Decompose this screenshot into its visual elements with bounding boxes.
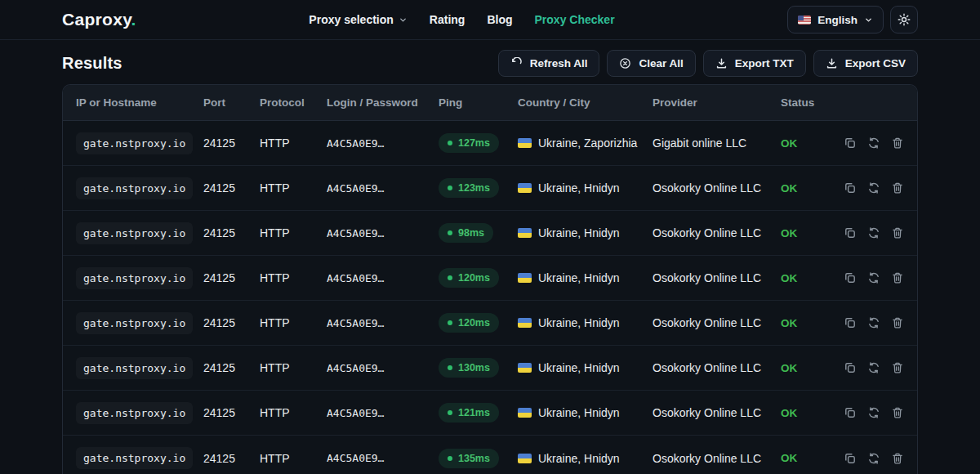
ukraine-flag-icon (518, 138, 532, 148)
recheck-button[interactable] (867, 136, 880, 150)
nav-item-label: Proxy selection (309, 13, 394, 26)
recheck-button[interactable] (867, 226, 880, 239)
button-label: Clear All (639, 57, 683, 69)
table-row: gate.nstproxy.io 24125 HTTP A4C5A0E9… 13… (63, 346, 917, 391)
protocol-value: HTTP (260, 226, 327, 239)
host-value: gate.nstproxy.io (76, 312, 193, 334)
delete-button[interactable] (891, 181, 904, 195)
recheck-button[interactable] (867, 271, 880, 284)
protocol-value: HTTP (260, 406, 327, 419)
provider-value: Osokorky Online LLC (653, 452, 781, 465)
login-value: A4C5A0E9… (327, 362, 439, 374)
host-value: gate.nstproxy.io (76, 447, 193, 469)
country-value: Ukraine, Hnidyn (538, 406, 620, 419)
copy-icon (844, 316, 857, 329)
ukraine-flag-icon (518, 183, 532, 193)
status-badge: OK (781, 182, 842, 195)
refresh-all-button[interactable]: Refresh All (498, 50, 600, 77)
login-value: A4C5A0E9… (327, 452, 439, 464)
delete-button[interactable] (891, 316, 904, 329)
copy-button[interactable] (844, 226, 857, 239)
delete-button[interactable] (891, 361, 904, 374)
recheck-button[interactable] (867, 361, 880, 374)
column-header-ping: Ping (439, 96, 518, 109)
nav-item-rating[interactable]: Rating (430, 13, 466, 26)
export-txt-button[interactable]: Export TXT (703, 50, 806, 77)
delete-button[interactable] (891, 271, 904, 284)
copy-button[interactable] (844, 136, 857, 150)
protocol-value: HTTP (260, 136, 327, 150)
column-header-login: Login / Password (327, 96, 439, 109)
trash-icon (891, 226, 904, 239)
status-badge: OK (781, 137, 842, 150)
nav-links: Proxy selection Rating Blog Proxy Checke… (309, 13, 614, 26)
recheck-button[interactable] (867, 406, 880, 419)
brand-name: Caproxy (62, 10, 131, 29)
delete-button[interactable] (891, 136, 904, 150)
status-badge: OK (781, 317, 842, 329)
ping-dot-icon (448, 186, 452, 190)
protocol-value: HTTP (260, 361, 327, 374)
country-value: Ukraine, Hnidyn (538, 361, 620, 374)
copy-button[interactable] (844, 316, 857, 329)
ukraine-flag-icon (518, 363, 532, 373)
column-header-provider: Provider (653, 96, 781, 109)
brand-logo[interactable]: Caproxy. (62, 10, 136, 29)
recheck-button[interactable] (867, 452, 880, 465)
protocol-value: HTTP (260, 452, 327, 465)
status-badge: OK (781, 452, 842, 464)
ping-badge: 120ms (439, 268, 499, 288)
country-value: Ukraine, Hnidyn (538, 226, 620, 239)
login-value: A4C5A0E9… (327, 317, 439, 329)
recheck-button[interactable] (867, 316, 880, 329)
host-value: gate.nstproxy.io (76, 177, 193, 199)
country-value: Ukraine, Hnidyn (538, 181, 620, 195)
ping-badge: 121ms (439, 403, 499, 423)
nav-item-proxy-checker[interactable]: Proxy Checker (535, 13, 615, 26)
nav-right-group: English (787, 6, 918, 34)
export-csv-button[interactable]: Export CSV (813, 50, 918, 77)
status-badge: OK (781, 227, 842, 239)
delete-button[interactable] (891, 452, 904, 465)
country-value: Ukraine, Hnidyn (538, 316, 620, 329)
port-value: 24125 (203, 181, 260, 195)
delete-button[interactable] (891, 226, 904, 239)
page-title: Results (62, 54, 122, 73)
copy-button[interactable] (844, 181, 857, 195)
host-value: gate.nstproxy.io (76, 402, 193, 424)
copy-button[interactable] (844, 406, 857, 419)
ping-value: 98ms (458, 227, 484, 239)
button-label: Refresh All (530, 57, 588, 69)
status-badge: OK (781, 272, 842, 284)
port-value: 24125 (203, 406, 260, 419)
copy-button[interactable] (844, 452, 857, 465)
language-selector[interactable]: English (787, 6, 884, 34)
ping-value: 135ms (458, 453, 490, 464)
country-value: Ukraine, Zaporizhia (538, 136, 637, 150)
copy-button[interactable] (844, 361, 857, 374)
ukraine-flag-icon (518, 454, 532, 463)
column-header-status: Status (781, 96, 842, 109)
toolbar-actions: Refresh All Clear All Export TXT (498, 50, 918, 77)
clear-all-button[interactable]: Clear All (607, 50, 695, 77)
trash-icon (891, 316, 904, 329)
nav-item-blog[interactable]: Blog (487, 13, 512, 26)
download-icon (826, 57, 838, 69)
recheck-button[interactable] (867, 181, 880, 195)
ping-dot-icon (448, 456, 452, 461)
ukraine-flag-icon (518, 228, 532, 238)
copy-icon (844, 226, 857, 239)
table-row: gate.nstproxy.io 24125 HTTP A4C5A0E9… 13… (63, 436, 917, 474)
ping-badge: 127ms (439, 133, 499, 153)
ukraine-flag-icon (518, 273, 532, 283)
port-value: 24125 (203, 271, 260, 284)
column-header-country: Country / City (518, 96, 653, 109)
nav-item-proxy-selection[interactable]: Proxy selection (309, 13, 408, 26)
delete-button[interactable] (891, 406, 904, 419)
theme-toggle-button[interactable] (890, 6, 918, 34)
refresh-icon (867, 406, 880, 419)
copy-icon (844, 361, 857, 374)
copy-button[interactable] (844, 271, 857, 284)
ping-dot-icon (448, 320, 452, 325)
trash-icon (891, 406, 904, 419)
